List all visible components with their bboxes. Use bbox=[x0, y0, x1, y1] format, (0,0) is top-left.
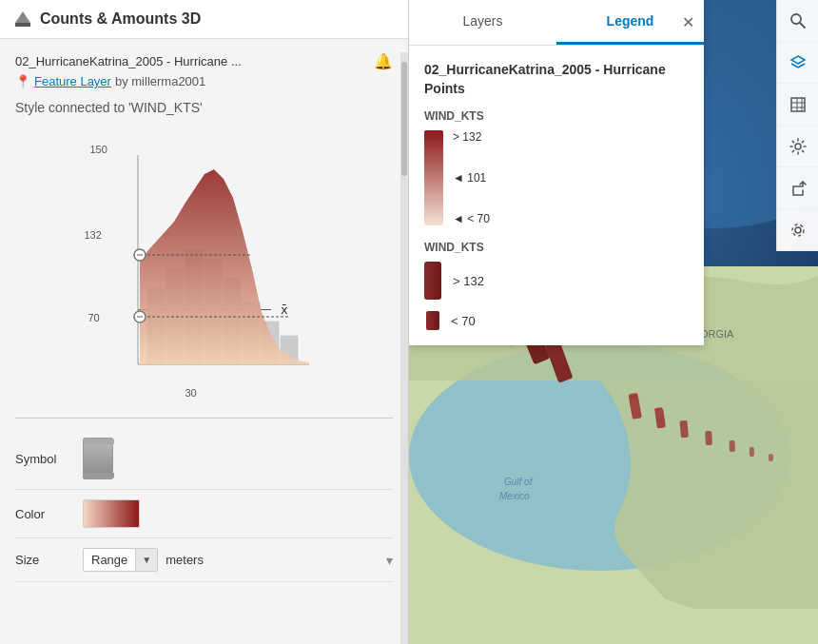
panel-content: 02_HurricaneKatrina_2005 - Hurricane ...… bbox=[0, 39, 408, 644]
size-label: Size bbox=[15, 553, 68, 567]
gradient-label-mid: ◄ 101 bbox=[453, 171, 490, 185]
legend-section2-title: WIND_KTS bbox=[424, 241, 689, 254]
table-button[interactable] bbox=[777, 84, 818, 126]
legend-layer-title: 02_HurricaneKatrina_2005 - Hurricane Poi… bbox=[424, 61, 689, 98]
gradient-label-bottom: ◄ < 70 bbox=[453, 212, 490, 225]
svg-rect-46 bbox=[769, 454, 773, 461]
legend-size-row-1: < 70 bbox=[424, 311, 689, 330]
size-select[interactable]: Range ▼ bbox=[83, 548, 158, 572]
svg-rect-0 bbox=[15, 23, 30, 27]
color-row: Color bbox=[15, 490, 393, 538]
svg-point-56 bbox=[795, 227, 801, 233]
style-label: Style connected to 'WIND_KTS' bbox=[15, 100, 393, 115]
symbol-row: Symbol bbox=[15, 428, 393, 490]
symbol-preview[interactable] bbox=[83, 438, 113, 479]
svg-line-48 bbox=[800, 23, 805, 28]
svg-rect-50 bbox=[791, 98, 805, 111]
color-preview[interactable] bbox=[83, 499, 140, 528]
size-select-wrapper: Range ▼ meters bbox=[83, 548, 204, 572]
size-units: meters bbox=[166, 553, 204, 567]
svg-marker-1 bbox=[15, 11, 30, 23]
color-label: Color bbox=[15, 507, 68, 521]
divider-1 bbox=[15, 418, 393, 419]
layer-name: 02_HurricaneKatrina_2005 - Hurricane ... bbox=[15, 54, 242, 68]
app-icon bbox=[13, 10, 32, 29]
share-button[interactable] bbox=[777, 167, 818, 209]
svg-rect-42 bbox=[679, 420, 689, 439]
svg-text:Gulf of: Gulf of bbox=[504, 477, 534, 487]
config-icon bbox=[789, 222, 807, 239]
right-toolbar bbox=[776, 0, 818, 251]
x-label-30: 30 bbox=[185, 387, 197, 399]
gradient-label-top: > 132 bbox=[453, 130, 490, 144]
size-row: Size Range ▼ meters ▾ bbox=[15, 538, 393, 582]
svg-rect-45 bbox=[750, 447, 754, 457]
legend-size-label-0: > 132 bbox=[453, 274, 484, 288]
histogram-chart[interactable]: 150 132 70 30 x̄ bbox=[71, 127, 338, 402]
svg-marker-12 bbox=[140, 169, 309, 364]
legend-gradient-bar bbox=[424, 130, 443, 225]
svg-rect-44 bbox=[730, 440, 735, 452]
histogram-svg[interactable] bbox=[100, 146, 328, 383]
close-button[interactable]: ✕ bbox=[682, 15, 694, 30]
dropdown-arrow-icon[interactable]: ▼ bbox=[136, 549, 157, 571]
config-button[interactable] bbox=[777, 209, 818, 251]
legend-size-items: > 132 < 70 bbox=[424, 262, 689, 330]
legend-size-label-1: < 70 bbox=[451, 314, 476, 328]
right-side: ALABAMA GEORGIA Gulf of Mexico bbox=[409, 0, 818, 644]
bookmark-icon[interactable]: 🔔 bbox=[374, 52, 393, 70]
layers-button[interactable] bbox=[777, 42, 818, 84]
legend-gradient-row: > 132 ◄ 101 ◄ < 70 bbox=[424, 130, 689, 225]
layers-icon bbox=[789, 54, 807, 71]
legend-size-row-0: > 132 bbox=[424, 262, 689, 300]
panel-title: Counts & Amounts 3D bbox=[40, 10, 201, 28]
svg-rect-43 bbox=[705, 431, 712, 445]
pin-icon: 📍 bbox=[15, 74, 30, 88]
legend-body: 02_HurricaneKatrina_2005 - Hurricane Poi… bbox=[409, 46, 704, 345]
svg-point-57 bbox=[792, 224, 804, 236]
size-expand-icon[interactable]: ▾ bbox=[386, 553, 393, 568]
legend-panel: Layers Legend ✕ 02_HurricaneKatrina_2005… bbox=[409, 0, 704, 345]
size-select-value: Range bbox=[84, 549, 136, 571]
search-icon bbox=[789, 12, 807, 29]
symbol-label: Symbol bbox=[15, 452, 68, 466]
tab-layers[interactable]: Layers bbox=[409, 0, 556, 45]
legend-gradient-labels: > 132 ◄ 101 ◄ < 70 bbox=[453, 130, 490, 225]
share-icon bbox=[789, 180, 807, 197]
svg-point-55 bbox=[795, 144, 801, 149]
feature-layer-by: by millerma2001 bbox=[115, 74, 205, 88]
y-label-70: 70 bbox=[88, 312, 100, 323]
feature-layer-row: 📍 Feature Layer by millerma2001 bbox=[15, 74, 393, 88]
table-icon bbox=[789, 96, 807, 113]
left-panel: Counts & Amounts 3D 02_HurricaneKatrina_… bbox=[0, 0, 409, 644]
legend-tabs: Layers Legend ✕ bbox=[409, 0, 704, 46]
search-button[interactable] bbox=[777, 0, 818, 42]
gear-icon bbox=[789, 138, 807, 155]
feature-layer-link[interactable]: Feature Layer bbox=[34, 74, 111, 88]
legend-cylinder-large bbox=[424, 262, 441, 300]
layer-name-row: 02_HurricaneKatrina_2005 - Hurricane ...… bbox=[15, 52, 393, 70]
svg-marker-49 bbox=[791, 56, 805, 64]
style-connected: connected to 'WIND_KTS' bbox=[49, 100, 203, 115]
settings-button[interactable] bbox=[777, 126, 818, 167]
legend-cylinder-small bbox=[426, 311, 439, 330]
svg-text:Mexico: Mexico bbox=[499, 491, 530, 501]
panel-header: Counts & Amounts 3D bbox=[0, 0, 408, 39]
legend-section1-title: WIND_KTS bbox=[424, 109, 689, 123]
